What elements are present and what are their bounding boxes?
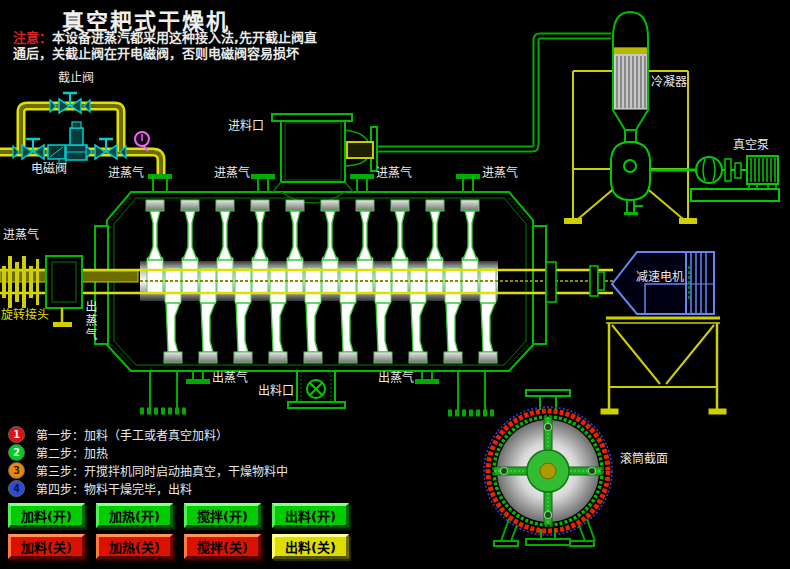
discharge-valve-icon: [307, 380, 325, 398]
label-steam-out-2: 出蒸气: [378, 372, 414, 385]
feed-off-button[interactable]: 加料(关): [8, 534, 85, 559]
dryer-drum: [0, 174, 613, 413]
motor-stand: [601, 318, 726, 414]
label-gear-motor: 减速电机: [636, 271, 684, 284]
label-solenoid-valve: 电磁阀: [31, 163, 67, 176]
gear-motor-unit: [546, 252, 714, 314]
label-feed-port: 进料口: [228, 120, 264, 133]
label-steam-in-2: 进蒸气: [214, 167, 250, 180]
solenoid-valve-icon: [66, 122, 87, 160]
step-item: 1 第一步：加料（手工或者真空加料）: [8, 426, 228, 443]
label-steam-in-4: 进蒸气: [482, 167, 518, 180]
label-condenser: 冷凝器: [651, 76, 687, 89]
step-4-text: 第四步：物料干燥完毕，出料: [36, 480, 192, 497]
discharge-off-button[interactable]: 出料(关): [272, 534, 349, 559]
warning-prefix: 注意：: [13, 30, 52, 45]
step-item: 4 第四步：物料干燥完毕，出料: [8, 480, 192, 497]
steam-piping: [0, 93, 161, 176]
label-discharge-port: 出料口: [258, 385, 294, 398]
label-steam-in-1: 进蒸气: [108, 167, 144, 180]
step-3-badge: 3: [8, 462, 25, 479]
step-item: 3 第三步：开搅拌机同时启动抽真空，干燥物料中: [8, 462, 288, 479]
label-drum-section: 滚筒截面: [620, 453, 668, 466]
step-4-badge: 4: [8, 480, 25, 497]
label-steam-out-1: 出蒸气: [212, 372, 248, 385]
hmi-screen: 真空耙式干燥机 注意：本设备进蒸汽都采用这种接入法,先开截止阀直 通后，关截止阀…: [0, 0, 790, 569]
heat-on-button[interactable]: 加热(开): [96, 503, 173, 528]
step-1-text: 第一步：加料（手工或者真空加料）: [36, 426, 228, 443]
warning-line-2: 通后，关截止阀在开电磁阀，否则电磁阀容易损坏: [13, 46, 317, 62]
step-1-badge: 1: [8, 426, 25, 443]
drum-cross-section: [484, 390, 612, 546]
label-steam-out-shaft: 出蒸气: [83, 300, 96, 342]
vacuum-line: [377, 36, 611, 149]
vacuum-pump-unit: [650, 156, 779, 201]
condenser-vessel: [611, 12, 650, 215]
stir-off-button[interactable]: 搅拌(关): [184, 534, 261, 559]
feed-on-button[interactable]: 加料(开): [8, 503, 85, 528]
warning-line-1: 注意：本设备进蒸汽都采用这种接入法,先开截止阀直: [13, 30, 317, 46]
discharge-on-button[interactable]: 出料(开): [272, 503, 349, 528]
feed-port-assembly: [272, 114, 377, 192]
label-steam-in-3: 进蒸气: [376, 167, 412, 180]
step-3-text: 第三步：开搅拌机同时启动抽真空，干燥物料中: [36, 462, 288, 479]
label-stop-valve: 截止阀: [58, 72, 94, 85]
step-item: 2 第二步：加热: [8, 444, 108, 461]
stir-on-button[interactable]: 搅拌(开): [184, 503, 261, 528]
label-rotary-joint: 旋转接头: [1, 309, 49, 322]
label-vacuum-pump: 真空泵: [733, 139, 769, 152]
label-steam-in-shaft: 进蒸气: [3, 229, 39, 242]
warning-note: 注意：本设备进蒸汽都采用这种接入法,先开截止阀直 通后，关截止阀在开电磁阀，否则…: [13, 30, 317, 62]
heat-off-button[interactable]: 加热(关): [96, 534, 173, 559]
step-2-text: 第二步：加热: [36, 444, 108, 461]
step-2-badge: 2: [8, 444, 25, 461]
